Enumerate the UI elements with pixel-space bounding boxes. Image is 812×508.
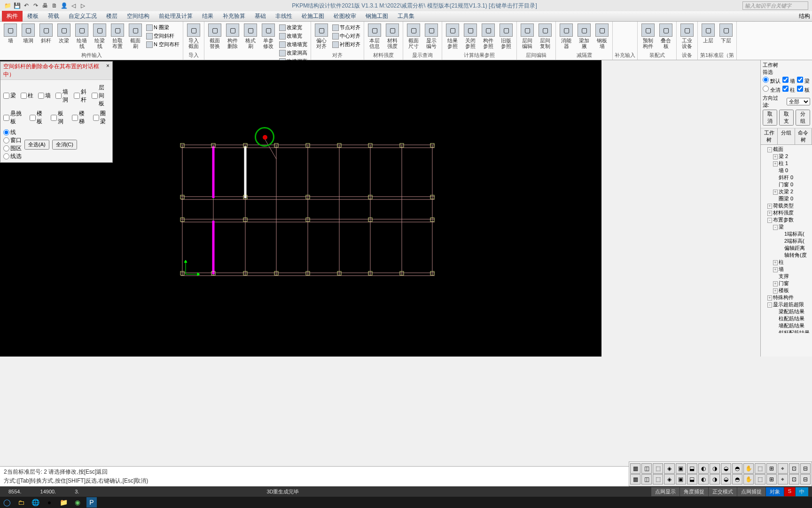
side-tab-命令树[interactable]: 命令树 — [795, 128, 812, 144]
view-tool-icon[interactable]: ◑ — [710, 463, 720, 474]
ribbon-btn-拾取布置[interactable]: ▢拾取布置 — [109, 23, 126, 50]
tree-node[interactable]: 柱配筋结果 — [762, 315, 811, 322]
tree-node[interactable]: -梁 — [762, 223, 811, 230]
tree-node[interactable]: -截面 — [762, 146, 811, 153]
select-mode-围区[interactable]: 围区 — [3, 144, 22, 152]
ribbon-small-衬图对齐[interactable]: 衬图对齐 — [331, 40, 362, 48]
ribbon-btn-次梁[interactable]: ▢次梁 — [55, 23, 72, 44]
tree-node[interactable]: -显示超筋超限 — [762, 301, 811, 308]
side-tab-工作树[interactable]: 工作树 — [761, 128, 778, 144]
ribbon-btn-旧版参照[interactable]: ▢旧版参照 — [498, 23, 515, 50]
ribbon-btn-本层信息[interactable]: ▢本层信息 — [366, 23, 383, 50]
col-check[interactable]: 柱 — [782, 86, 795, 94]
ribbon-btn-材料强度[interactable]: ▢材料强度 — [384, 23, 401, 50]
tree-node[interactable]: 梁配筋结果 — [762, 308, 811, 315]
ribbon-btn-下层[interactable]: ▢下层 — [718, 23, 734, 44]
pkpm-icon[interactable]: P — [86, 497, 97, 508]
view-tool-icon[interactable]: ◈ — [664, 463, 674, 474]
ribbon-small-N 圈梁[interactable]: N 圈梁 — [145, 24, 181, 32]
ribbon-btn-斜杆[interactable]: ▢斜杆 — [38, 23, 55, 44]
tree-node[interactable]: +特殊构件 — [762, 294, 811, 301]
tree-node[interactable]: +柱 — [762, 259, 811, 266]
view-tool-icon[interactable]: ⬚ — [755, 463, 765, 474]
view-tool-icon[interactable]: ⊟ — [800, 474, 811, 484]
tree-node[interactable]: +荷载类型 — [762, 202, 811, 209]
cancel-button[interactable]: 取消 — [763, 110, 777, 126]
view-tool-icon[interactable]: ▦ — [630, 463, 640, 474]
menu-钢施工图[interactable]: 钢施工图 — [361, 11, 393, 22]
ribbon-small-改墙墙宽[interactable]: 改墙墙宽 — [278, 40, 309, 48]
tree-node[interactable]: 支撑 — [762, 273, 811, 280]
view-tool-icon[interactable]: ◒ — [721, 474, 731, 484]
view-tool-icon[interactable]: ⬚ — [653, 463, 663, 474]
menu-砼施工图[interactable]: 砼施工图 — [297, 11, 329, 22]
view-tool-icon[interactable]: ◑ — [710, 474, 720, 484]
component-tree[interactable]: -截面+梁 2+柱 1墙 0斜杆 0门窗 0+次梁 2圈梁 0+荷载类型+材料强… — [761, 145, 812, 333]
tree-node[interactable]: +楼板 — [762, 287, 811, 294]
menu-空间结构[interactable]: 空间结构 — [122, 11, 154, 22]
view-tool-icon[interactable]: ✋ — [743, 463, 754, 474]
tree-node[interactable]: +门窗 — [762, 280, 811, 287]
ribbon-btn-偏心对齐[interactable]: ▢偏心对齐 — [313, 23, 330, 50]
view-tool-icon[interactable]: ⌖ — [778, 463, 788, 474]
delete-check-墙[interactable]: 墙 — [38, 84, 51, 108]
delete-check-楼板[interactable]: 楼板 — [30, 110, 46, 126]
view-tool-icon[interactable]: ▦ — [630, 474, 640, 484]
ribbon-small-改梁宽[interactable]: 改梁宽 — [278, 24, 309, 32]
ribbon-small-节点对齐[interactable]: 节点对齐 — [331, 24, 362, 32]
view-tool-icon[interactable]: ⊡ — [789, 474, 799, 484]
menu-构件[interactable]: 构件 — [2, 11, 23, 22]
ribbon-btn-单参修改[interactable]: ▢单参修改 — [260, 23, 277, 50]
folder-icon[interactable]: 📁 — [58, 497, 69, 508]
ime-lang[interactable]: 中 — [796, 487, 808, 496]
clear-radio[interactable]: 全清 — [763, 86, 781, 94]
search-input[interactable]: 输入知识平台关键字 — [742, 1, 808, 10]
menu-结果[interactable]: 结果 — [197, 11, 218, 22]
wall-check[interactable]: 墙 — [782, 77, 795, 85]
ribbon-btn-关闭参照[interactable]: ▢关闭参照 — [462, 23, 479, 50]
view-tool-icon[interactable]: ◓ — [732, 474, 742, 484]
menu-基础[interactable]: 基础 — [250, 11, 271, 22]
select-all-button[interactable]: 全选(A) — [24, 140, 49, 150]
tree-node[interactable]: 斜杆 0 — [762, 174, 811, 181]
ribbon-btn-结果参照[interactable]: ▢结果参照 — [444, 23, 461, 50]
start-icon[interactable]: ◯ — [2, 497, 12, 508]
ribbon-small-空间斜杆[interactable]: 空间斜杆 — [145, 32, 181, 40]
view-tool-icon[interactable]: ⌖ — [778, 474, 788, 484]
ribbon-btn-截面刷[interactable]: ▢截面刷 — [127, 23, 144, 50]
view-tool-icon[interactable]: ⊞ — [766, 474, 777, 484]
explorer-icon[interactable]: 🗀 — [16, 497, 26, 508]
delete-check-斜杆[interactable]: 斜杆 — [74, 84, 87, 108]
ribbon-btn-叠合板[interactable]: ▢叠合板 — [657, 23, 674, 50]
group-button[interactable]: 分组 — [796, 110, 810, 126]
view-tool-icon[interactable]: ⊟ — [800, 463, 811, 474]
menu-砼图校审[interactable]: 砼图校审 — [329, 11, 361, 22]
view-tool-icon[interactable]: ◫ — [641, 463, 652, 474]
ribbon-small-中心对齐[interactable]: 中心对齐 — [331, 32, 362, 40]
ribbon-btn-构件删除[interactable]: ▢构件删除 — [224, 23, 241, 50]
ribbon-btn-显示编号[interactable]: ▢显示编号 — [423, 23, 440, 50]
menu-荷载[interactable]: 荷载 — [43, 11, 64, 22]
ribbon-btn-绘梁线[interactable]: ▢绘梁线 — [91, 23, 108, 50]
view-tool-icon[interactable]: ▣ — [676, 474, 686, 484]
view-tool-icon[interactable]: ◒ — [721, 463, 731, 474]
clear-all-button[interactable]: 全消(C) — [52, 140, 77, 150]
ribbon-small-改梁洞高[interactable]: 改梁洞高 — [278, 49, 309, 57]
ribbon-btn-消能器[interactable]: ▢消能器 — [558, 23, 575, 50]
delete-check-层间板[interactable]: 层间板 — [92, 84, 109, 108]
ribbon-btn-层间复制[interactable]: ▢层间复制 — [537, 23, 554, 50]
ribbon-btn-绘墙线[interactable]: ▢绘墙线 — [73, 23, 90, 50]
tree-node[interactable]: 墙配筋结果 — [762, 322, 811, 329]
tree-node[interactable]: 偏轴距离 — [762, 245, 811, 252]
view-tool-icon[interactable]: ⬚ — [653, 474, 663, 484]
view-tool-icon[interactable]: ✋ — [743, 474, 754, 484]
qat-undo-icon[interactable]: ↶ — [23, 2, 30, 9]
status-toggle-点网捕捉[interactable]: 点网捕捉 — [737, 487, 765, 496]
delete-check-悬挑板[interactable]: 悬挑板 — [3, 110, 25, 126]
side-tab-分组[interactable]: 分组 — [778, 128, 795, 144]
ribbon-btn-格式刷[interactable]: ▢格式刷 — [242, 23, 259, 50]
close-icon[interactable]: × — [106, 63, 109, 79]
ribbon-small-N 空间布杆[interactable]: N 空间布杆 — [145, 40, 181, 48]
view-tool-icon[interactable]: ⊞ — [766, 463, 777, 474]
tree-node[interactable]: 2端标高( — [762, 238, 811, 245]
